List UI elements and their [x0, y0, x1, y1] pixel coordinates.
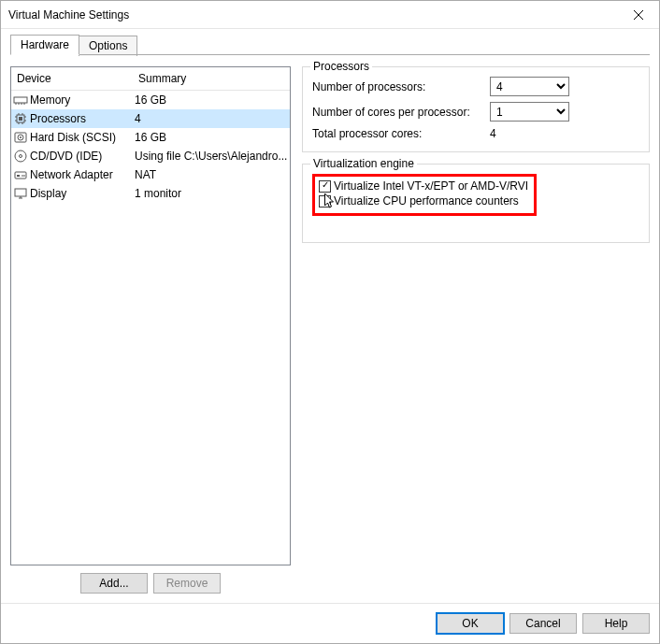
footer: OK Cancel Help	[1, 603, 659, 643]
header-summary[interactable]: Summary	[133, 67, 290, 90]
svg-rect-0	[14, 97, 27, 103]
device-label: Display	[30, 187, 66, 200]
device-table-header: Device Summary	[11, 67, 290, 91]
left-panel: Device Summary Memory16 GBProcessors4Har…	[10, 66, 291, 594]
left-buttons: Add... Remove	[10, 573, 291, 594]
highlight-box: Virtualize Intel VT-x/EPT or AMD-V/RVI V…	[312, 174, 537, 216]
cores-per-processor-select[interactable]: 1	[490, 102, 569, 122]
device-row[interactable]: Memory16 GB	[11, 91, 290, 109]
vtx-checkbox-row[interactable]: Virtualize Intel VT-x/EPT or AMD-V/RVI	[319, 179, 528, 193]
window-title: Virtual Machine Settings	[8, 8, 617, 21]
header-device[interactable]: Device	[11, 67, 133, 90]
cursor-icon	[324, 193, 337, 210]
device-label: Network Adapter	[30, 168, 113, 181]
remove-button: Remove	[153, 573, 221, 594]
device-label: CD/DVD (IDE)	[30, 150, 102, 163]
device-label: Processors	[30, 112, 86, 125]
right-panel: Processors Number of processors: 4 Numbe…	[302, 66, 650, 594]
num-processors-label: Number of processors:	[312, 80, 490, 93]
add-button[interactable]: Add...	[80, 573, 148, 594]
close-button[interactable]	[617, 1, 659, 29]
device-row[interactable]: Hard Disk (SCSI)16 GB	[11, 128, 290, 147]
cancel-button[interactable]: Cancel	[509, 613, 577, 634]
svg-rect-6	[19, 117, 22, 121]
titlebar: Virtual Machine Settings	[1, 1, 659, 29]
num-processors-select[interactable]: 4	[490, 77, 569, 96]
device-summary: 16 GB	[135, 131, 288, 144]
cd-icon	[13, 149, 28, 164]
cpu-icon	[13, 111, 28, 126]
display-icon	[13, 186, 28, 201]
device-row[interactable]: Network AdapterNAT	[11, 165, 290, 184]
ok-button[interactable]: OK	[437, 613, 504, 634]
svg-point-19	[20, 155, 22, 158]
network-icon	[13, 167, 28, 182]
total-cores-label: Total processor cores:	[312, 127, 490, 140]
svg-point-18	[15, 150, 26, 162]
memory-icon	[13, 93, 28, 107]
virtualization-engine-group: Virtualization engine Virtualize Intel V…	[302, 164, 650, 243]
device-row[interactable]: CD/DVD (IDE)Using file C:\Users\Alejandr…	[11, 147, 290, 165]
close-icon	[634, 10, 643, 20]
help-button[interactable]: Help	[582, 613, 650, 634]
device-summary: 16 GB	[135, 93, 288, 107]
device-table-body: Memory16 GBProcessors4Hard Disk (SCSI)16…	[11, 91, 290, 565]
device-label: Memory	[30, 93, 70, 107]
total-cores-value: 4	[490, 127, 496, 140]
tab-bar: Hardware Options	[1, 29, 659, 55]
device-summary: Using file C:\Users\Alejandro...	[135, 150, 288, 163]
virt-engine-legend: Virtualization engine	[310, 157, 417, 170]
perf-checkbox-row[interactable]: Virtualize CPU performance counters	[319, 194, 528, 208]
perf-label: Virtualize CPU performance counters	[334, 194, 519, 208]
device-label: Hard Disk (SCSI)	[30, 131, 116, 144]
svg-rect-23	[15, 189, 26, 196]
svg-point-17	[20, 136, 22, 138]
vtx-label: Virtualize Intel VT-x/EPT or AMD-V/RVI	[334, 179, 528, 193]
device-row[interactable]: Display1 monitor	[11, 184, 290, 203]
processors-legend: Processors	[310, 60, 372, 73]
device-summary: 1 monitor	[135, 187, 288, 200]
tab-options[interactable]: Options	[79, 36, 137, 56]
device-table: Device Summary Memory16 GBProcessors4Har…	[10, 66, 291, 565]
device-summary: NAT	[135, 168, 288, 181]
device-row[interactable]: Processors4	[11, 109, 290, 128]
svg-rect-21	[17, 175, 20, 177]
content-area: Device Summary Memory16 GBProcessors4Har…	[1, 55, 659, 603]
settings-window: Virtual Machine Settings Hardware Option…	[0, 0, 660, 644]
device-summary: 4	[135, 112, 288, 125]
processors-group: Processors Number of processors: 4 Numbe…	[302, 66, 650, 152]
tab-hardware[interactable]: Hardware	[10, 35, 79, 55]
vtx-checkbox[interactable]	[319, 180, 331, 193]
disk-icon	[13, 130, 28, 145]
cores-per-processor-label: Number of cores per processor:	[312, 106, 490, 119]
